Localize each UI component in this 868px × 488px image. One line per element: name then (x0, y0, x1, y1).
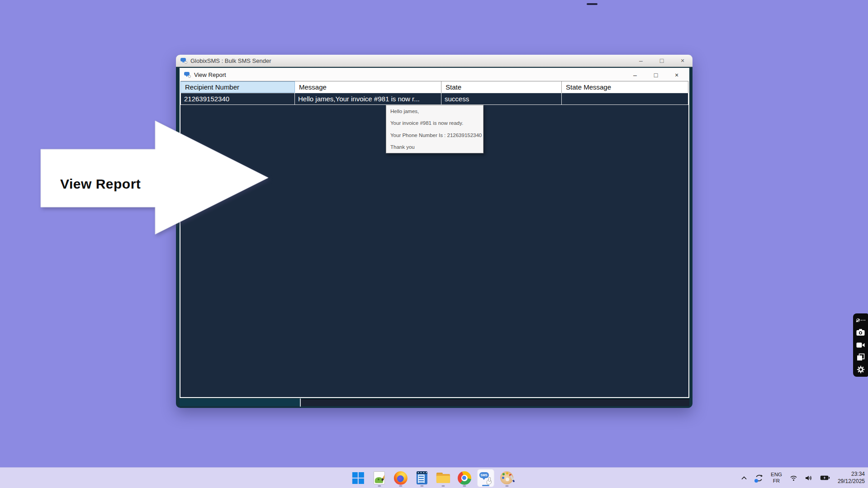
report-close-button[interactable]: × (673, 71, 680, 79)
main-window-titlebar: GlobixSMS : Bulk SMS Sender – □ × (176, 55, 693, 67)
tooltip-line: Your invoice #981 is now ready. (390, 120, 479, 126)
report-minimize-button[interactable]: – (631, 71, 639, 79)
language-indicator[interactable]: ENG FR (771, 472, 782, 483)
start-button[interactable] (349, 469, 366, 487)
main-close-button[interactable]: × (679, 57, 686, 64)
camera-icon[interactable] (856, 328, 865, 337)
volume-icon[interactable] (805, 475, 812, 481)
layers-icon[interactable] (856, 353, 865, 362)
collapsed-widget-handle[interactable] (587, 3, 598, 5)
firefox-icon (394, 471, 407, 485)
wifi-icon[interactable] (790, 475, 797, 481)
taskbar-item-firefox[interactable] (392, 469, 409, 487)
taskbar-item-notepad[interactable] (413, 469, 430, 487)
tooltip-line: Thank you (390, 144, 479, 150)
taskbar-item-globixsms-active[interactable]: SMS (477, 469, 494, 487)
settings-gear-icon[interactable] (856, 365, 865, 374)
clock[interactable]: 23:34 29/12/2025 (838, 471, 865, 485)
report-window-title: View Report (194, 71, 631, 78)
main-window-title: GlobixSMS : Bulk SMS Sender (190, 57, 637, 64)
video-record-icon[interactable] (856, 341, 865, 350)
main-window-bottom-strip-left (180, 399, 300, 406)
taskbar-item-image-editor[interactable] (370, 469, 388, 487)
taskbar-item-paint[interactable] (498, 469, 515, 487)
globixsms-taskbar-icon: SMS (479, 471, 492, 485)
tooltip-line: Your Phone Number Is : 212639152340 (390, 133, 479, 138)
notepad-icon (416, 471, 427, 484)
taskbar-item-chrome[interactable] (455, 469, 473, 487)
column-header-state[interactable]: State (441, 81, 562, 93)
column-header-recipient-number[interactable]: Recipient Number (180, 81, 295, 93)
sync-status-dot (754, 479, 758, 483)
sync-icon[interactable] (755, 474, 763, 482)
language-secondary: FR (773, 478, 780, 484)
system-tray: ENG FR 23:34 29/12/ (741, 468, 865, 488)
image-editor-icon (374, 471, 385, 484)
report-window-titlebar: View Report – □ × (180, 69, 688, 81)
tray-time: 23:34 (838, 471, 865, 478)
main-window-bottom-strip-right (301, 399, 689, 406)
hidden-icons-chevron-icon[interactable] (741, 475, 747, 481)
chrome-icon (457, 471, 471, 485)
taskbar-center-icons: SMS (349, 468, 515, 488)
globixsms-app-icon (180, 58, 187, 64)
report-table-header: Recipient Number Message State State Mes… (180, 81, 688, 93)
report-window-icon (184, 72, 191, 78)
table-row[interactable]: 212639152340 Hello james,Your invoice #9… (180, 93, 688, 105)
cell-state-message[interactable] (562, 93, 688, 105)
battery-icon[interactable] (820, 475, 830, 481)
file-explorer-icon (436, 473, 450, 483)
cell-state[interactable]: success (441, 93, 562, 105)
cell-message[interactable]: Hello james,Your invoice #981 is now r..… (295, 93, 441, 105)
main-maximize-button[interactable]: □ (658, 57, 665, 64)
capture-tool-logo-icon[interactable] (856, 316, 865, 325)
taskbar-item-file-explorer[interactable] (434, 469, 451, 487)
main-minimize-button[interactable]: – (637, 57, 645, 64)
capture-toolbar (853, 313, 868, 377)
language-primary: ENG (771, 472, 782, 478)
tray-date: 29/12/2025 (838, 478, 865, 485)
windows-logo-icon (352, 472, 364, 484)
column-header-state-message[interactable]: State Message (562, 81, 688, 93)
paint-icon (500, 471, 513, 484)
column-header-message[interactable]: Message (295, 81, 441, 93)
report-maximize-button[interactable]: □ (652, 71, 659, 79)
cell-recipient-number[interactable]: 212639152340 (180, 93, 295, 105)
taskbar: SMS ENG FR (0, 467, 868, 488)
tooltip-line: Hello james, (390, 109, 479, 114)
annotation-label: View Report (60, 176, 141, 192)
message-tooltip: Hello james, Your invoice #981 is now re… (386, 105, 484, 153)
